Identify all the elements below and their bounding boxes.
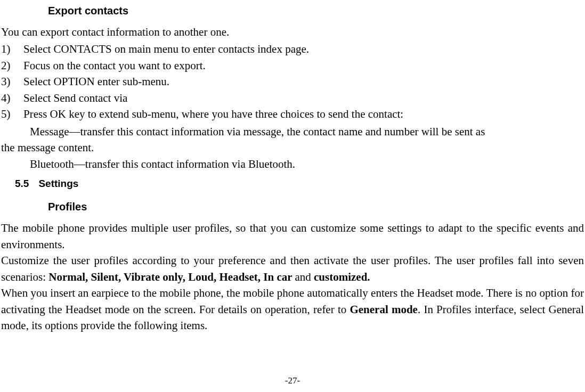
heading-profiles: Profiles: [48, 199, 584, 215]
heading-export-contacts: Export contacts: [48, 3, 584, 19]
step-number: 1): [1, 41, 23, 57]
steps-list: 1) Select CONTACTS on main menu to enter…: [1, 41, 584, 122]
sub-message-line: Message—transfer this contact informatio…: [1, 124, 584, 140]
step-text: Select OPTION enter sub-menu.: [23, 74, 169, 89]
step-number: 4): [1, 90, 23, 106]
step-text: Select CONTACTS on main menu to enter co…: [23, 41, 309, 57]
scenarios-bold: Normal, Silent, Vibrate only, Loud, Head…: [48, 271, 295, 283]
step-number: 5): [1, 106, 23, 122]
profiles-p2: Customize the user profiles according to…: [1, 252, 584, 285]
sub-message-line2: the message content.: [1, 140, 584, 156]
profiles-block: The mobile phone provides multiple user …: [1, 220, 584, 333]
step-text: Focus on the contact you want to export.: [23, 58, 206, 74]
list-item: 1) Select CONTACTS on main menu to enter…: [1, 41, 584, 57]
customized-bold: customized.: [314, 271, 370, 283]
step-text: Select Send contact via: [23, 90, 127, 106]
section-number: 5.5: [15, 178, 29, 189]
step-text: Press OK key to extend sub-menu, where y…: [23, 106, 403, 122]
page-number: -27-: [0, 374, 585, 388]
step-number: 2): [1, 58, 23, 74]
list-item: 4) Select Send contact via: [1, 90, 584, 106]
list-item: 5) Press OK key to extend sub-menu, wher…: [1, 106, 584, 122]
section-heading-settings: 5.5Settings: [15, 176, 584, 191]
profiles-p3: When you insert an earpiece to the mobil…: [1, 285, 584, 333]
section-title: Settings: [38, 178, 78, 189]
list-item: 2) Focus on the contact you want to expo…: [1, 58, 584, 74]
step-number: 3): [1, 74, 23, 89]
profiles-p1: The mobile phone provides multiple user …: [1, 220, 584, 252]
list-item: 3) Select OPTION enter sub-menu.: [1, 74, 584, 89]
general-mode-bold: General mode: [350, 303, 418, 316]
sub-bluetooth: Bluetooth—transfer this contact informat…: [1, 156, 584, 172]
export-intro: You can export contact information to an…: [1, 24, 584, 40]
